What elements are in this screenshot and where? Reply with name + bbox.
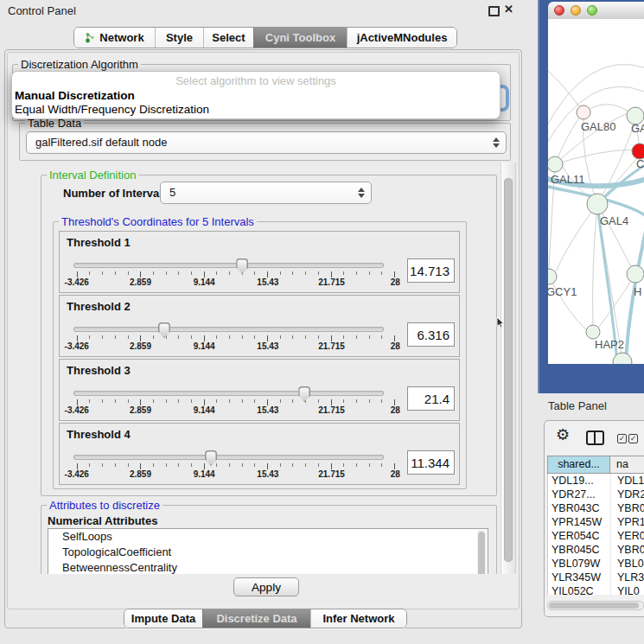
cell-shared-name[interactable]: YPR145W — [548, 515, 611, 529]
network-icon — [85, 29, 95, 48]
tab-network[interactable]: Network — [74, 28, 155, 48]
table-row[interactable]: YPR145WYPR1 — [548, 515, 644, 529]
tick-label: -3.426 — [65, 469, 89, 479]
threshold-panel: Threshold 2-3.4262.8599.14415.4321.71528… — [59, 295, 460, 357]
threshold-slider[interactable]: -3.4262.8599.14415.4321.71528 — [73, 322, 399, 352]
table-row[interactable]: YER054CYER0 — [548, 529, 644, 543]
slider-tick-labels: -3.4262.8599.14415.4321.71528 — [73, 450, 399, 480]
table-row[interactable]: YBR045CYBR0 — [548, 543, 644, 557]
network-window-titlebar[interactable] — [548, 2, 644, 20]
scrollbar-thumb[interactable] — [478, 532, 485, 574]
network-node[interactable] — [587, 194, 608, 214]
checked-checkbox-icon[interactable] — [617, 434, 627, 443]
cell-name[interactable]: YBR0 — [611, 543, 644, 557]
tab-discretize-data[interactable]: Discretize Data — [202, 609, 310, 628]
tab-jactivemnodules[interactable]: jActiveMNodules — [347, 28, 456, 48]
tick-label: 15.43 — [257, 469, 278, 479]
tab-style[interactable]: Style — [155, 28, 203, 48]
attributes-list-scrollbar[interactable] — [477, 530, 487, 574]
network-node[interactable] — [627, 265, 644, 283]
threshold-value-field[interactable]: 6.316 — [407, 322, 455, 347]
network-edge[interactable] — [556, 204, 597, 271]
network-canvas[interactable]: GAL80GACGAL11GAL4GCY1HHAP2 — [548, 19, 644, 364]
cell-shared-name[interactable]: YDR27... — [548, 488, 611, 501]
slider-tick-labels: -3.4262.8599.14415.4321.71528 — [73, 322, 399, 352]
number-of-intervals-combobox[interactable]: 5 — [160, 182, 372, 204]
table-row[interactable]: YDR27...YDR2 — [548, 488, 644, 501]
tab-cyni-toolbox[interactable]: Cyni Toolbox — [253, 28, 347, 48]
network-edge[interactable] — [548, 67, 583, 112]
column-header-shared-name[interactable]: shared... — [547, 456, 610, 474]
minimize-traffic-light-icon[interactable] — [571, 5, 581, 16]
cell-shared-name[interactable]: YBL079W — [548, 557, 611, 571]
table-horizontal-scrollbar[interactable] — [547, 601, 644, 610]
table-data-combobox[interactable]: galFiltered.sif default node — [26, 131, 507, 154]
float-window-icon[interactable] — [488, 6, 500, 16]
cell-shared-name[interactable]: YBR045C — [548, 543, 611, 557]
column-header-name[interactable]: na — [610, 456, 644, 474]
attribute-list-item[interactable]: TopologicalCoefficient — [48, 545, 488, 560]
scrollbar-thumb[interactable] — [549, 603, 639, 609]
threshold-value-field[interactable]: 14.713 — [407, 258, 455, 283]
checked-checkbox-icon[interactable] — [628, 434, 638, 443]
close-traffic-light-icon[interactable] — [554, 5, 564, 16]
cell-name[interactable]: YDR2 — [611, 488, 644, 501]
threshold-panel: Threshold 1-3.4262.8599.14415.4321.71528… — [59, 231, 460, 293]
cell-name[interactable]: YIL0 — [611, 584, 644, 595]
table-data-group-title: Table Data — [25, 118, 84, 130]
cell-shared-name[interactable]: YBR043C — [548, 501, 611, 515]
cell-shared-name[interactable]: YDL19... — [548, 474, 611, 488]
numerical-attributes-list[interactable]: SelfLoopsTopologicalCoefficientBetweenne… — [48, 528, 488, 574]
cell-name[interactable]: YPR1 — [611, 515, 644, 529]
close-icon[interactable]: ✕ — [504, 3, 513, 16]
table-row[interactable]: YIL052CYIL0 — [548, 584, 644, 595]
cell-name[interactable]: YER0 — [611, 529, 644, 543]
network-node-label: HAP2 — [595, 338, 624, 351]
tab-infer-network[interactable]: Infer Network — [310, 609, 406, 628]
cell-shared-name[interactable]: YER054C — [548, 529, 611, 543]
tab-impute-data[interactable]: Impute Data — [124, 609, 202, 628]
cell-name[interactable]: YLR3 — [611, 571, 644, 584]
table-row[interactable]: YBR043CYBR0 — [548, 501, 644, 515]
attribute-list-item[interactable]: BetweennessCentrality — [48, 560, 488, 574]
columns-icon[interactable] — [586, 430, 604, 445]
network-edge[interactable] — [593, 204, 597, 325]
interval-definition-group-title: Interval Definition — [47, 169, 138, 182]
table-row[interactable]: YDL19...YDL1 — [548, 474, 644, 488]
table-row[interactable]: YLR345WYLR3 — [548, 571, 644, 584]
dropdown-hint: Select algorithm to view settings — [12, 74, 500, 87]
cell-name[interactable]: YBL0 — [611, 557, 644, 571]
cell-shared-name[interactable]: YIL052C — [548, 584, 611, 595]
cell-shared-name[interactable]: YLR345W — [548, 571, 611, 584]
slider-tick-labels: -3.4262.8599.14415.4321.71528 — [73, 258, 399, 288]
table-row[interactable]: YBL079WYBL0 — [548, 557, 644, 571]
zoom-traffic-light-icon[interactable] — [587, 5, 597, 16]
tab-select[interactable]: Select — [203, 28, 253, 48]
scrollbar-thumb[interactable] — [504, 178, 513, 562]
threshold-slider[interactable]: -3.4262.8599.14415.4321.71528 — [73, 450, 399, 480]
threshold-slider[interactable]: -3.4262.8599.14415.4321.71528 — [73, 258, 399, 288]
threshold-slider[interactable]: -3.4262.8599.14415.4321.71528 — [73, 386, 399, 416]
gear-icon[interactable]: ⚙ — [556, 427, 570, 443]
apply-button[interactable]: Apply — [233, 577, 299, 596]
network-node[interactable] — [577, 105, 590, 119]
attribute-list-item[interactable]: SelfLoops — [48, 529, 488, 545]
dropdown-option-manual[interactable]: Manual Discretization — [15, 89, 135, 102]
network-edge[interactable] — [555, 150, 632, 164]
tick-label: 28 — [391, 405, 400, 415]
cell-name[interactable]: YDL1 — [611, 474, 644, 488]
network-node-label: C — [636, 157, 644, 170]
dropdown-option-equal-width[interactable]: Equal Width/Frequency Discretization — [15, 103, 209, 116]
network-edge[interactable] — [597, 124, 634, 204]
network-node[interactable] — [548, 156, 563, 172]
table-panel: ⚙ shared... na YDL19...YDL1YDR27...YDR2Y… — [544, 420, 644, 617]
combo-stepper-icon — [358, 188, 365, 198]
panel-title: Control Panel — [8, 4, 76, 17]
cell-name[interactable]: YBR0 — [611, 501, 644, 515]
threshold-value-field[interactable]: 11.344 — [407, 450, 455, 475]
network-node[interactable] — [548, 269, 557, 284]
table-panel-title: Table Panel — [548, 399, 607, 412]
threshold-value-field[interactable]: 21.4 — [407, 386, 455, 411]
settings-scrollbar[interactable] — [501, 163, 516, 574]
network-node[interactable] — [586, 325, 600, 339]
